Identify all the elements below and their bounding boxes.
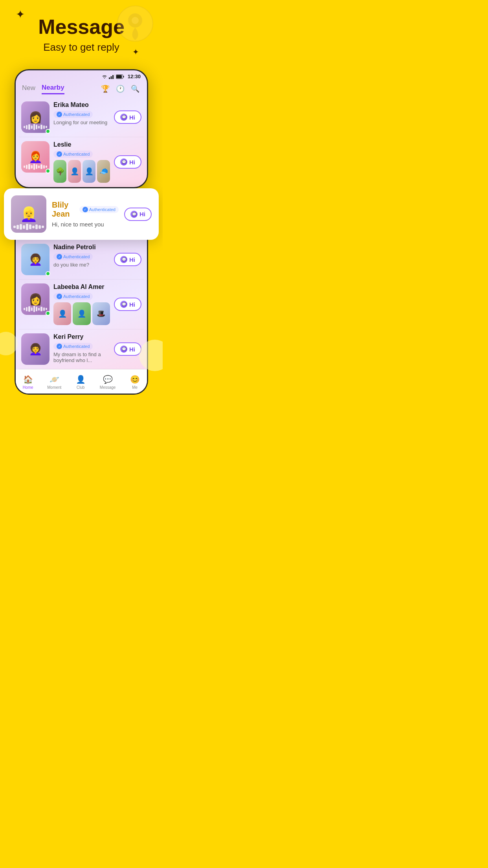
hi-btn-icon-keri: 💬 (120, 346, 127, 353)
photo-thumb-l1: 👤 (53, 302, 71, 325)
avatar-wrap-nadine: 👩‍🦱 (21, 244, 50, 275)
svg-rect-9 (116, 75, 122, 78)
wave-bar (39, 225, 41, 229)
photo-strip-labeeba: 👤 👤 🎩 (53, 302, 110, 325)
hi-btn-icon-labeeba: 💬 (120, 301, 127, 308)
svg-rect-4 (110, 76, 112, 79)
svg-point-2 (132, 17, 139, 24)
me-icon: 😊 (130, 374, 140, 384)
hi-button-popup[interactable]: 💬 Hi (124, 208, 152, 221)
auth-badge-erika: ✓ Authenticated (53, 111, 93, 118)
user-card-leslie[interactable]: 👩‍🦰 (19, 137, 144, 187)
avatar-leslie: 👩‍🦰 (21, 141, 50, 173)
avatar-wrap-keri: 👩‍🦱 (21, 333, 50, 365)
wave-bar (13, 226, 16, 228)
trophy-icon[interactable]: 🏆 (100, 83, 111, 94)
photo-bg-l2: 👤 (73, 302, 90, 325)
popup-verified-icon: ✓ (83, 207, 88, 212)
wave-bar (36, 164, 37, 169)
tabs-row: New Nearby 🏆 🕐 🔍 (16, 81, 147, 97)
tab-nearby[interactable]: Nearby (42, 84, 64, 94)
svg-rect-5 (112, 75, 114, 79)
wave-bar (46, 308, 47, 310)
auth-label-leslie: Authenticated (63, 152, 90, 156)
hi-button-erika[interactable]: 💬 Hi (114, 110, 141, 124)
svg-rect-8 (123, 76, 124, 77)
hi-button-nadine[interactable]: 💬 Hi (114, 253, 141, 266)
nav-message[interactable]: 💬 Message (96, 373, 120, 391)
hi-button-labeeba[interactable]: 💬 Hi (114, 298, 141, 311)
wave-bar (29, 224, 31, 230)
online-indicator-leslie (46, 169, 50, 173)
user-card-erika[interactable]: 👩 (19, 97, 144, 137)
user-card-labeeba[interactable]: 👩 (19, 280, 144, 329)
tab-new[interactable]: New (22, 84, 35, 94)
wave-bar (42, 226, 44, 228)
signal-icon (108, 74, 115, 79)
wave-bar (43, 165, 45, 169)
photo-bg-3: 👤 (83, 160, 95, 183)
hi-btn-icon-erika: 💬 (120, 114, 127, 121)
popup-auth-badge: ✓ Authenticated (79, 206, 119, 213)
user-card-nadine[interactable]: 👩‍🦱 Nadine Petroli ✓ Authenticated do yo… (19, 240, 144, 280)
auth-badge-leslie: ✓ Authenticated (53, 151, 93, 158)
svg-rect-3 (109, 77, 110, 79)
wave-bar (31, 307, 33, 311)
wave-bar (26, 307, 28, 311)
online-indicator-labeeba (46, 311, 50, 316)
search-icon[interactable]: 🔍 (130, 83, 141, 94)
wave-bar (33, 124, 35, 130)
auth-badge-labeeba: ✓ Authenticated (53, 293, 93, 300)
avatar-labeeba: 👩 (21, 283, 50, 315)
user-name-labeeba: Labeeba Al Amer (53, 283, 105, 291)
photo-bg-4: 🧢 (97, 160, 110, 183)
popup-status: Hi, nice to meet you (52, 221, 119, 228)
hi-btn-text-leslie: Hi (129, 159, 135, 166)
nav-club[interactable]: 👤 Club (72, 373, 90, 391)
wave-bar (40, 164, 42, 169)
hi-btn-text-nadine: Hi (129, 256, 135, 263)
header-area: ✦ ✦ Message Easy to get reply (0, 0, 163, 61)
sparkle-icon-tl: ✦ (16, 8, 25, 21)
user-info-erika: Erika Mateo ✓ Authenticated Longing for … (53, 101, 110, 125)
auth-label-nadine: Authenticated (63, 254, 90, 259)
avatar-keri: 👩‍🦱 (21, 333, 50, 365)
hi-btn-icon-leslie: 💬 (120, 158, 127, 166)
auth-badge-nadine: ✓ Authenticated (53, 253, 93, 260)
wave-bar (20, 224, 22, 230)
wave-bar (26, 165, 28, 169)
message-icon: 💬 (103, 374, 113, 384)
verified-icon-labeeba: ✓ (57, 294, 62, 299)
hi-button-keri[interactable]: 💬 Hi (114, 342, 141, 356)
user-card-keri[interactable]: 👩‍🦱 Keri Perry ✓ Authenticated My dream … (19, 329, 144, 369)
battery-icon (116, 74, 125, 79)
location-pin-icon (116, 4, 155, 43)
clock-icon[interactable]: 🕐 (115, 83, 126, 94)
wave-bar (35, 224, 38, 229)
photo-bg-l1: 👤 (53, 302, 71, 325)
wave-bar (33, 306, 35, 312)
nav-message-label: Message (100, 385, 116, 390)
popup-card[interactable]: 👱‍♀️ Blily Jean ✓ Authenticated (4, 188, 159, 240)
status-time: 12:30 (128, 74, 141, 79)
hi-btn-text-erika: Hi (129, 114, 135, 121)
wave-bar (38, 166, 40, 168)
user-name-nadine: Nadine Petroli (53, 244, 96, 251)
nav-moment[interactable]: 🪐 Moment (43, 373, 65, 391)
wave-bar (17, 225, 19, 229)
nav-home[interactable]: 🏠 Home (19, 373, 37, 391)
status-icons (102, 74, 125, 79)
nav-me[interactable]: 😊 Me (126, 373, 144, 391)
wave-bar (26, 224, 28, 230)
wave-bar (28, 306, 30, 312)
verified-icon-leslie: ✓ (57, 151, 62, 157)
hi-button-leslie[interactable]: 💬 Hi (114, 155, 141, 169)
nav-club-label: Club (77, 385, 85, 390)
online-indicator-erika (46, 129, 50, 134)
wave-bar (36, 307, 37, 312)
user-name-leslie: Leslie (53, 141, 71, 148)
wave-bar (46, 166, 47, 167)
auth-label-labeeba: Authenticated (63, 294, 90, 299)
user-name-row-nadine: Nadine Petroli ✓ Authenticated (53, 244, 110, 260)
popup-auth-label: Authenticated (89, 207, 116, 212)
